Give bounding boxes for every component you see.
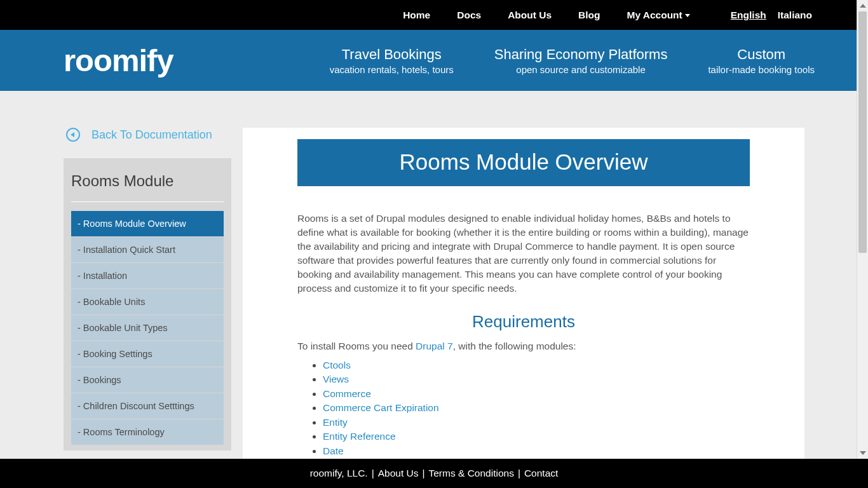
install-line: To install Rooms you need Drupal 7, with… [297,341,750,352]
nav-docs[interactable]: Docs [457,10,481,21]
footer-link-contact[interactable]: Contact [524,468,558,479]
module-link-commerce[interactable]: Commerce [323,388,371,399]
footer: roomify, LLC. | About Us | Terms & Condi… [0,459,868,488]
hero-bar: roomify Travel Bookings vacation rentals… [0,30,868,91]
install-suffix: , with the following modules: [453,341,576,351]
hero-link-custom[interactable]: Custom tailor-made booking tools [688,46,835,75]
nav-home[interactable]: Home [403,10,430,21]
language-switcher: English Italiano [731,10,812,21]
list-item: Date [323,444,750,458]
list-item: Entity [323,416,750,430]
hero-link-title: Custom [708,46,815,63]
hero-link-sharing[interactable]: Sharing Economy Platforms open source an… [474,46,688,75]
top-nav: Home Docs About Us Blog My Account Engli… [0,0,868,30]
intro-paragraph: Rooms is a set of Drupal modules designe… [297,212,750,295]
sidebar-item-installation[interactable]: Installation [71,263,224,288]
list-item: Entity Reference [323,430,750,444]
footer-link-about[interactable]: About Us [378,468,419,479]
footer-sep: | [422,468,424,479]
hero-link-title: Sharing Economy Platforms [494,46,668,63]
site-logo[interactable]: roomify [64,43,173,78]
module-link-date[interactable]: Date [323,445,344,456]
footer-sep: | [518,468,520,479]
drupal-link[interactable]: Drupal 7 [416,341,453,351]
arrow-left-circle-icon [66,128,80,142]
install-prefix: To install Rooms you need [297,341,416,351]
chevron-down-icon [685,14,690,17]
sidebar-item-bookable-types[interactable]: Bookable Unit Types [71,315,224,341]
list-item: Commerce Cart Expiration [323,401,750,415]
sidebar-item-bookings[interactable]: Bookings [71,367,224,393]
footer-company: roomify, LLC. [310,468,368,479]
module-link-commerce-cart-expiration[interactable]: Commerce Cart Expiration [323,402,439,413]
footer-sep: | [372,468,374,479]
nav-about[interactable]: About Us [508,10,552,21]
sidebar-heading: Rooms Module [71,167,224,202]
sidebar-item-bookable-units[interactable]: Bookable Units [71,289,224,315]
footer-link-terms[interactable]: Terms & Conditions [429,468,514,479]
nav-my-account[interactable]: My Account [627,10,689,21]
module-link-ctools[interactable]: Ctools [323,360,351,370]
module-link-entity-reference[interactable]: Entity Reference [323,431,396,442]
sidebar-item-overview[interactable]: Rooms Module Overview [71,211,224,236]
hero-links: Travel Bookings vacation rentals, hotels… [309,46,835,75]
module-link-entity[interactable]: Entity [323,417,348,428]
hero-link-travel[interactable]: Travel Bookings vacation rentals, hotels… [309,46,474,75]
hero-link-sub: open source and customizable [494,64,668,75]
lang-italiano[interactable]: Italiano [778,10,812,21]
hero-link-title: Travel Bookings [330,46,454,63]
list-item: Views [323,372,750,386]
scroll-down-arrow-icon[interactable] [857,447,868,459]
requirements-heading: Requirements [297,312,750,332]
sidebar-item-quickstart[interactable]: Installation Quick Start [71,237,224,262]
sidebar-item-terminology[interactable]: Rooms Terminology [71,419,224,445]
back-to-docs-link[interactable]: Back To Documentation [64,128,231,142]
requirements-list: Ctools Views Commerce Commerce Cart Expi… [297,358,750,473]
sidebar: Back To Documentation Rooms Module Rooms… [64,128,231,484]
module-link-views[interactable]: Views [323,374,349,384]
nav-blog[interactable]: Blog [578,10,600,21]
lang-english[interactable]: English [731,10,766,21]
list-item: Commerce [323,387,750,401]
sidebar-nav: Rooms Module Overview Installation Quick… [71,211,224,445]
list-item: Ctools [323,358,750,372]
back-to-docs-label: Back To Documentation [92,128,212,142]
hero-link-sub: tailor-made booking tools [708,64,815,75]
sidebar-item-booking-settings[interactable]: Booking Settings [71,341,224,367]
vertical-scrollbar[interactable] [857,0,868,459]
hero-link-sub: vacation rentals, hotels, tours [330,64,454,75]
scroll-thumb[interactable] [858,11,867,253]
page-body: Back To Documentation Rooms Module Rooms… [0,91,868,484]
sidebar-item-children-discount[interactable]: Children Discount Setttings [71,393,224,419]
sidebar-panel: Rooms Module Rooms Module Overview Insta… [64,158,231,451]
content-area: Rooms Module Overview Rooms is a set of … [243,128,804,484]
page-title: Rooms Module Overview [297,139,750,186]
nav-my-account-label: My Account [627,10,682,20]
scroll-up-arrow-icon[interactable] [857,0,868,11]
